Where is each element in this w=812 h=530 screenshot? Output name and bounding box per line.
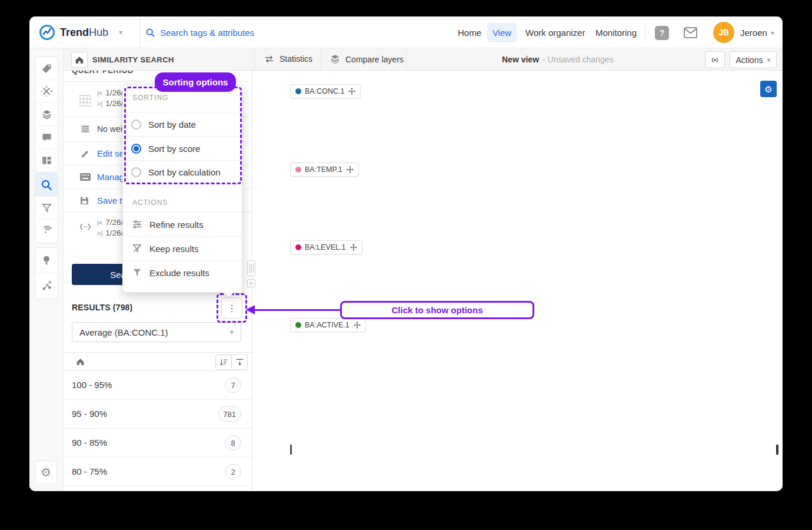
gear-icon: ⚙ — [764, 85, 772, 94]
layers-icon — [41, 109, 52, 120]
menu-item-sort-by-score[interactable]: Sort by score — [123, 136, 242, 160]
avatar[interactable]: JB — [713, 22, 734, 43]
panel-resize-handle[interactable] — [247, 260, 255, 276]
count-badge: 781 — [218, 406, 241, 422]
menu-item-keep-results[interactable]: Keep results — [123, 236, 242, 260]
compare-layers-button[interactable]: Compare layers — [330, 54, 404, 65]
dashboard-icon — [41, 155, 52, 166]
search-icon — [41, 179, 52, 191]
callout-arrowhead-icon — [246, 305, 255, 314]
nav-item-home[interactable]: Home — [458, 28, 481, 38]
focus-interval-icon — [79, 223, 92, 233]
help-icon[interactable]: ? — [655, 26, 669, 40]
settings-button[interactable]: ⚙ — [35, 461, 57, 483]
funnel-icon — [41, 203, 52, 214]
trendhub-logo-icon — [39, 24, 55, 41]
move-icon — [354, 322, 361, 329]
results-table-header — [64, 352, 252, 371]
legend-chip-active[interactable]: BA:ACTIVE.1 — [290, 318, 366, 332]
sidebar-item-recommendations[interactable] — [35, 248, 58, 273]
click-to-show-callout: Click to show options — [340, 301, 534, 319]
result-row-3[interactable]: 90 - 85% 8 — [64, 429, 252, 458]
sidebar-item-layers[interactable] — [35, 103, 58, 126]
sorting-section-header: SORTING — [132, 94, 168, 102]
sidebar-item-tags[interactable] — [35, 57, 58, 80]
sidebar-item-formulas[interactable] — [35, 80, 58, 103]
nav-divider-2 — [645, 24, 645, 41]
nav-item-monitoring[interactable]: Monitoring — [595, 28, 637, 38]
broadcast-icon — [709, 54, 721, 66]
sidebar-item-search-active[interactable] — [35, 174, 58, 197]
selection-left-handle[interactable] — [290, 445, 292, 455]
result-row-1[interactable]: 100 - 95% 7 — [64, 371, 252, 400]
result-row-2[interactable]: 95 - 90% 781 — [64, 400, 252, 429]
results-title: RESULTS (798) — [72, 303, 132, 312]
series-color-dot — [295, 244, 301, 250]
comment-icon — [41, 132, 52, 143]
legend-chip-level[interactable]: BA:LEVEL.1 — [290, 240, 362, 254]
count-badge: 7 — [225, 377, 241, 393]
collapse-groups-button[interactable] — [231, 355, 248, 370]
app-window: TrendHub ▾ Search tags & attributes Home… — [29, 16, 783, 491]
rail-group-search — [35, 173, 58, 243]
sort-order-button[interactable] — [215, 355, 232, 370]
move-icon — [350, 244, 357, 251]
nav-item-work-organizer[interactable]: Work organizer — [525, 28, 585, 38]
sidebar-item-dashboard[interactable] — [35, 149, 58, 172]
results-options-popup: SORTING Sort by date Sort by score Sort … — [122, 84, 242, 293]
results-options-kebab-button[interactable]: ⋮ — [221, 297, 242, 319]
brand-chevron-down-icon[interactable]: ▾ — [119, 28, 122, 37]
sidebar-item-filter[interactable] — [35, 197, 58, 220]
nav-divider — [139, 16, 140, 48]
sidebar-item-fingerprint[interactable] — [35, 220, 58, 243]
fingerprint-icon — [41, 226, 52, 237]
statistics-button[interactable]: Statistics — [264, 54, 312, 64]
menu-item-exclude-results[interactable]: Exclude results — [123, 260, 242, 284]
exchange-arrows-icon — [264, 55, 275, 64]
toolbar-divider-3 — [406, 48, 407, 71]
selection-notch — [745, 446, 747, 453]
brand-bold: Trend — [60, 26, 89, 39]
series-color-dot — [295, 322, 301, 328]
radio-unselected-icon — [131, 120, 141, 130]
tag-icon — [41, 63, 52, 74]
callout-arrow-line — [254, 309, 340, 311]
search-input[interactable]: Search tags & attributes — [160, 28, 254, 38]
legend-chip-conc[interactable]: BA:CONC.1 — [290, 84, 361, 98]
actions-button[interactable]: Actions ▾ — [730, 51, 777, 68]
radio-selected-icon — [131, 144, 141, 154]
toolbar-divider — [254, 48, 255, 71]
table-tools — [215, 355, 248, 370]
menu-item-sort-by-date[interactable]: Sort by date — [123, 112, 242, 136]
chart-settings-button[interactable]: ⚙ — [760, 81, 777, 97]
lightbulb-icon — [41, 255, 52, 266]
legend-chip-temp[interactable]: BA:TEMP.1 — [290, 163, 359, 177]
layers-icon — [330, 54, 341, 65]
home-view-button[interactable] — [71, 52, 88, 68]
user-menu[interactable]: Jeroen — [740, 28, 767, 38]
formula-icon — [41, 85, 52, 97]
grid-icon — [79, 94, 92, 110]
chart-area — [252, 71, 783, 491]
selection-right-handle[interactable] — [776, 445, 778, 455]
menu-item-sort-by-calculation[interactable]: Sort by calculation — [123, 160, 242, 184]
mail-icon[interactable] — [684, 27, 697, 41]
select-chevron-down-icon: ▾ — [230, 328, 234, 336]
sidebar-item-comments[interactable] — [35, 126, 58, 149]
interval-start-icon: |< — [97, 90, 102, 97]
broadcast-button[interactable] — [705, 51, 725, 68]
sliders-icon — [132, 219, 142, 230]
results-calculation-select[interactable]: Average (BA:CONC.1) ▾ — [72, 322, 241, 342]
nav-item-view[interactable]: View — [487, 23, 517, 42]
rail-group-insights — [35, 247, 58, 299]
brand: TrendHub — [60, 25, 108, 39]
screen: TrendHub ▾ Search tags & attributes Home… — [0, 0, 812, 530]
sidebar-item-context-items[interactable] — [35, 273, 58, 299]
funnel-keep-icon — [132, 243, 142, 254]
panel-close-button[interactable]: × — [247, 279, 255, 287]
weights-icon — [80, 124, 91, 137]
page-title: SIMILARITY SEARCH — [92, 55, 174, 64]
user-chevron-down-icon[interactable]: ▾ — [771, 29, 774, 37]
menu-item-refine-results[interactable]: Refine results — [123, 212, 242, 236]
result-row-4[interactable]: 80 - 75% 2 — [64, 458, 252, 486]
